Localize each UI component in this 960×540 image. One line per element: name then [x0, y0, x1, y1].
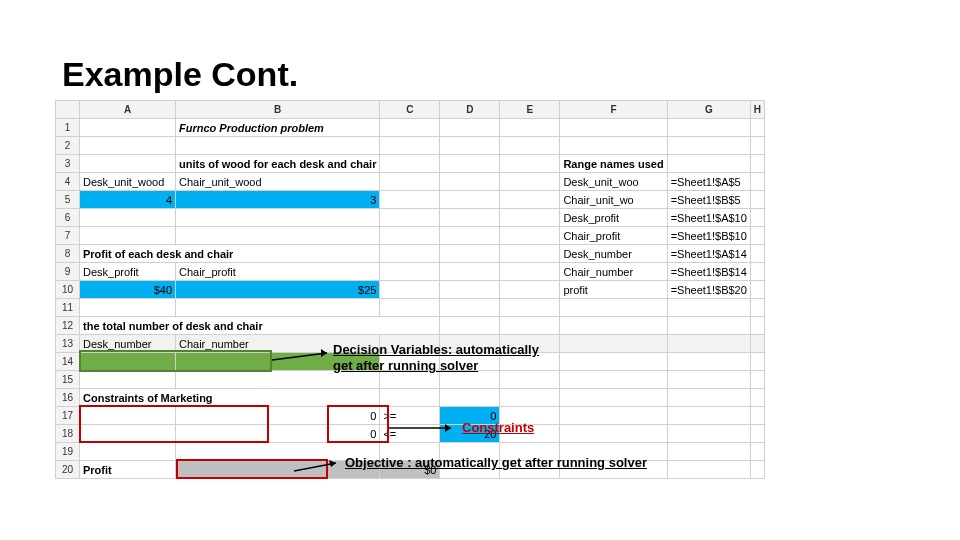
cell: $25 [176, 281, 380, 299]
constraints-label: Constraints [462, 420, 534, 435]
cell: =Sheet1!$A$10 [667, 209, 750, 227]
col-header: F [560, 101, 667, 119]
cell: =Sheet1!$B$10 [667, 227, 750, 245]
col-header: C [380, 101, 440, 119]
cell: Chair_unit_wood [176, 173, 380, 191]
cell: Desk_unit_woo [560, 173, 667, 191]
cell: =Sheet1!$A$14 [667, 245, 750, 263]
col-header: A [80, 101, 176, 119]
cell: Desk_number [560, 245, 667, 263]
cell: Desk_profit [80, 263, 176, 281]
cell: Furnco Production problem [176, 119, 380, 137]
cell: <= [380, 425, 440, 443]
cell: profit [560, 281, 667, 299]
cell: 3 [176, 191, 380, 209]
decision-vars-label: Decision Variables: automaticallyget aft… [333, 342, 539, 375]
spreadsheet-grid: A B C D E F G H 1Furnco Production probl… [55, 100, 765, 479]
cell: 0 [176, 425, 380, 443]
cell: Chair_profit [176, 263, 380, 281]
cell: =Sheet1!$B$14 [667, 263, 750, 281]
cell: Desk_profit [560, 209, 667, 227]
cell: Profit [80, 461, 176, 479]
col-header: D [440, 101, 500, 119]
cell: Desk_unit_wood [80, 173, 176, 191]
cell: Profit of each desk and chair [80, 245, 380, 263]
cell: Chair_profit [560, 227, 667, 245]
col-header: B [176, 101, 380, 119]
cell: 0 [176, 407, 380, 425]
cell: 4 [80, 191, 176, 209]
col-header: E [500, 101, 560, 119]
cell: =Sheet1!$B$20 [667, 281, 750, 299]
cell: $40 [80, 281, 176, 299]
cell: =Sheet1!$B$5 [667, 191, 750, 209]
cell: Chair_unit_wo [560, 191, 667, 209]
col-header: H [750, 101, 764, 119]
cell: =Sheet1!$A$5 [667, 173, 750, 191]
cell: Chair_number [560, 263, 667, 281]
cell: units of wood for each desk and chair [176, 155, 380, 173]
cell: the total number of desk and chair [80, 317, 440, 335]
slide-title: Example Cont. [62, 55, 298, 94]
cell: Constraints of Marketing [80, 389, 380, 407]
cell: Range names used [560, 155, 667, 173]
cell: Desk_number [80, 335, 176, 353]
cell: >= [380, 407, 440, 425]
col-header: G [667, 101, 750, 119]
objective-label: Objective : automatically get after runn… [345, 455, 647, 470]
